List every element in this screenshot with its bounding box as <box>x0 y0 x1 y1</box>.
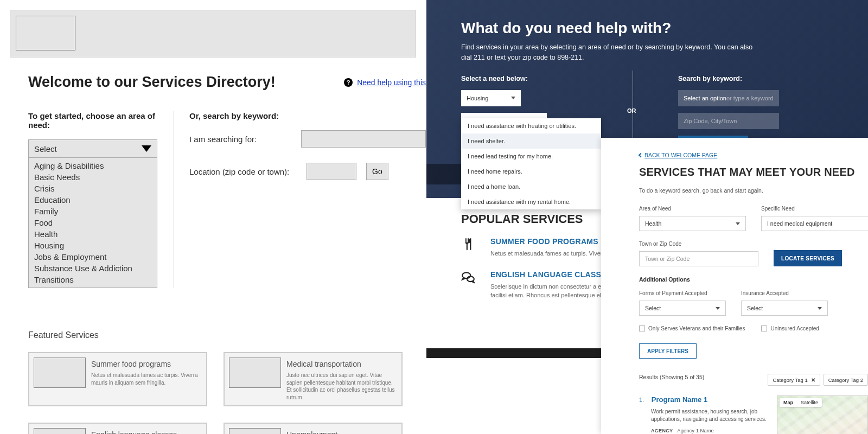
program-desc: Work permit assistance, housing search, … <box>651 408 767 423</box>
area-label: Area of Need <box>639 206 746 212</box>
satellite-tab[interactable]: Satellite <box>797 398 822 407</box>
card-desc: Justo nec ultrices dui sapien eget. Vita… <box>286 372 397 401</box>
need-option[interactable]: Health <box>29 228 157 240</box>
help-link-group[interactable]: ? Need help using this <box>344 78 426 87</box>
need-option[interactable]: Crisis <box>29 183 157 194</box>
featured-card[interactable]: Summer food programsNetus et malesuada f… <box>28 352 207 406</box>
situation-option[interactable]: I need shelter. <box>461 133 601 149</box>
situation-dropdown: I need assistance with heating or utilit… <box>461 118 601 209</box>
situation-option[interactable]: I need assistance with heating or utilit… <box>461 118 601 133</box>
result-item: 1. Program Name 1 Work permit assistance… <box>639 395 767 434</box>
locate-services-button[interactable]: LOCATE SERVICES <box>774 250 842 266</box>
card-title: English language classes <box>91 430 202 434</box>
need-option[interactable]: Transitions <box>29 274 157 285</box>
filter-tag[interactable]: Category Tag 1✕ <box>768 374 820 386</box>
logo-placeholder <box>16 16 75 50</box>
specific-select[interactable]: I need medical equipment <box>761 216 868 231</box>
program-link[interactable]: Program Name 1 <box>652 395 707 404</box>
card-title: Summer food programs <box>91 360 202 368</box>
need-option[interactable]: Food <box>29 217 157 228</box>
zip-input[interactable]: Zip Code, City/Town <box>678 113 779 129</box>
specific-label: Specific Need <box>761 206 868 212</box>
area-select[interactable]: Health <box>639 216 746 231</box>
need-option[interactable]: Family <box>29 206 157 217</box>
svg-point-0 <box>462 272 470 278</box>
go-button[interactable]: Go <box>366 163 388 180</box>
card-desc: Netus et malesuada fames ac turpis. Vive… <box>91 372 202 386</box>
need-label: Select a need below: <box>461 75 613 82</box>
insurance-label: Insurance Accepted <box>741 290 828 296</box>
additional-options-label: Additional Options <box>639 276 868 283</box>
featured-card[interactable]: Medical transportationJusto nec ultrices… <box>224 352 403 406</box>
uninsured-checkbox[interactable]: Uninsured Accepted <box>761 326 819 331</box>
situation-option[interactable]: I need assistance with my rental home. <box>461 194 601 209</box>
map-tab[interactable]: Map <box>780 398 797 407</box>
need-label: To get started, choose an area of need: <box>28 111 174 130</box>
need-option[interactable]: Basic Needs <box>29 171 157 183</box>
featured-title: Featured Services <box>28 330 426 340</box>
need-select[interactable]: Select <box>28 139 157 158</box>
page-subtitle: To do a keyword search, go back and star… <box>639 187 868 194</box>
caret-down-icon <box>142 145 151 152</box>
need-options: Aging & Disabilities Basic Needs Crisis … <box>28 158 157 288</box>
card-title: Medical transportation <box>286 360 397 368</box>
back-link[interactable]: BACK TO WELCOME PAGE <box>639 152 868 158</box>
header-bar <box>10 10 416 58</box>
close-icon[interactable]: ✕ <box>811 377 815 383</box>
map-tabs: Map Satellite <box>780 398 822 407</box>
map[interactable]: Map Satellite WEST BAYSIDE <box>777 395 868 434</box>
need-option[interactable]: Education <box>29 194 157 206</box>
keyword-label: Or, search by keyword: <box>189 111 426 120</box>
results-screen: BACK TO WELCOME PAGE SERVICES THAT MAY M… <box>601 138 868 434</box>
chevron-down-icon <box>716 307 720 310</box>
page-title: Welcome to our Services Directory! <box>28 74 276 91</box>
keyword-input[interactable]: Select an option or type a keyword <box>678 90 779 106</box>
chevron-down-icon <box>736 222 740 225</box>
search-field-label: I am searching for: <box>189 135 291 144</box>
result-num: 1. <box>639 397 644 403</box>
chevron-down-icon <box>818 307 822 310</box>
need-option[interactable]: Aging & Disabilities <box>29 160 157 171</box>
town-label: Town or Zip Code <box>639 241 758 247</box>
veterans-checkbox[interactable]: Only Serves Veterans and their Families <box>639 326 745 331</box>
hero-title: What do you need help with? <box>461 20 833 37</box>
help-link[interactable]: Need help using this <box>357 78 426 87</box>
need-option[interactable]: Housing <box>29 240 157 251</box>
location-field-label: Location (zip code or town): <box>189 167 297 176</box>
or-label: OR <box>627 107 636 114</box>
hero-subtitle: Find services in your area by selecting … <box>461 42 765 63</box>
page-title: SERVICES THAT MAY MEET YOUR NEED <box>639 166 868 178</box>
need-select-value: Select <box>34 144 57 154</box>
payment-select[interactable]: Select <box>639 301 726 316</box>
location-input[interactable] <box>307 163 356 180</box>
chat-icon <box>461 270 481 300</box>
keyword-input[interactable] <box>301 130 426 148</box>
need-option[interactable]: Substance Use & Addiction <box>29 263 157 274</box>
apply-filters-button[interactable]: APPLY FILTERS <box>639 343 697 359</box>
results-label: Results (Showing 5 of 35) <box>639 374 758 386</box>
featured-card[interactable]: UnemploymentNunc sed augue lacus viverra… <box>224 423 403 434</box>
town-input[interactable]: Town or Zip Code <box>639 251 758 266</box>
checkbox-icon <box>761 326 767 331</box>
card-thumb <box>34 358 86 388</box>
need-select[interactable]: Housing <box>461 90 521 106</box>
question-icon: ? <box>344 78 353 87</box>
checkbox-icon <box>639 326 645 331</box>
wireframe-screen: Welcome to our Services Directory! ? Nee… <box>0 0 426 434</box>
insurance-select[interactable]: Select <box>741 301 828 316</box>
need-option[interactable]: Jobs & Employment <box>29 251 157 263</box>
situation-option[interactable]: I need lead testing for my home. <box>461 149 601 164</box>
program-agency: AGENCYAgency 1 Name <box>651 427 767 433</box>
card-thumb <box>34 428 86 434</box>
keyword-label: Search by keyword: <box>678 75 779 82</box>
chevron-left-icon <box>639 153 643 157</box>
situation-option[interactable]: I need a home loan. <box>461 179 601 194</box>
payment-label: Forms of Payment Accepted <box>639 290 726 296</box>
card-thumb <box>229 358 281 388</box>
chevron-down-icon <box>511 97 515 99</box>
filter-tag[interactable]: Category Tag 2 <box>824 374 868 386</box>
featured-card[interactable]: English language classesScelerisque in d… <box>28 423 207 434</box>
situation-option[interactable]: I need home repairs. <box>461 164 601 179</box>
card-thumb <box>229 428 281 434</box>
need-select-value: Housing <box>467 95 488 101</box>
